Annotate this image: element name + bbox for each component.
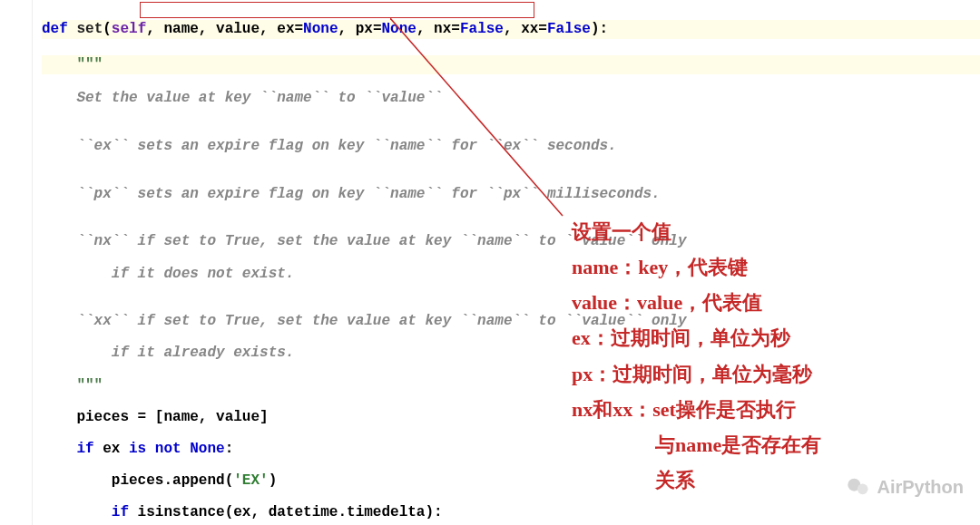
annotation-line: value：value，代表值 [572, 285, 821, 320]
docstring-line: ``xx`` if set to True, set the value at … [42, 314, 980, 330]
annotation-line: name：key，代表键 [572, 249, 821, 285]
annotation-line: 与name是否存在有 [572, 427, 821, 462]
annotation-line: 关系 [572, 462, 821, 498]
watermark-text: AirPython [877, 477, 964, 498]
signature-line: def set(self, name, value, ex=None, px=N… [42, 20, 980, 40]
code-line: pieces = [name, value] [42, 410, 980, 426]
docstring-close: """ [42, 378, 980, 394]
docstring-line: if it already exists. [42, 345, 980, 362]
annotation-line: ex：过期时间，单位为秒 [572, 320, 821, 355]
svg-point-2 [858, 484, 868, 495]
code-line: if ex is not None: [42, 442, 980, 458]
docstring-line: Set the value at key ``name`` to ``value… [42, 91, 980, 107]
docstring-line: ``px`` sets an expire flag on key ``name… [42, 187, 980, 203]
docstring-line: ``ex`` sets an expire flag on key ``name… [42, 139, 980, 155]
param-self: self [112, 21, 146, 37]
code-block: def set(self, name, value, ex=None, px=N… [0, 0, 980, 525]
code-line: if isinstance(ex, datetime.timedelta): [42, 505, 980, 521]
annotation-line: px：过期时间，单位为毫秒 [572, 356, 821, 392]
function-name: set [76, 21, 103, 37]
annotation-line: 设置一个值 [572, 214, 821, 249]
wechat-icon [846, 474, 871, 500]
annotation-panel: 设置一个值 name：key，代表键 value：value，代表值 ex：过期… [572, 214, 821, 498]
docstring-line: if it does not exist. [42, 267, 980, 283]
docstring-open: """ [42, 56, 103, 73]
docstring-line: ``nx`` if set to True, set the value at … [42, 234, 980, 250]
annotation-line: nx和xx：set操作是否执行 [572, 392, 821, 427]
watermark: AirPython [846, 474, 964, 500]
code-line: pieces.append('EX') [42, 473, 980, 490]
keyword-def: def [42, 21, 68, 37]
